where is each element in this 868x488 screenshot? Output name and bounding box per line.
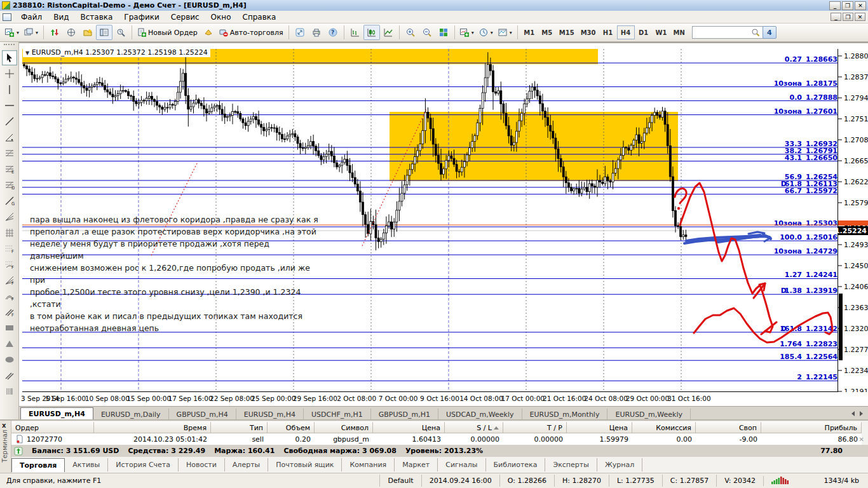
- column-header-3[interactable]: Объем: [268, 422, 315, 433]
- column-header-9[interactable]: Комиссия: [632, 422, 696, 433]
- indicators-button[interactable]: [458, 25, 477, 40]
- tool-fibo-grid-f[interactable]: F: [2, 257, 17, 272]
- restore-button[interactable]: ❐: [842, 1, 853, 10]
- order-row[interactable]: 120727702014.10.23 05:01:42sell0.20gbpus…: [11, 433, 862, 445]
- search-icon[interactable]: [751, 28, 760, 37]
- chat-icon[interactable]: 4: [763, 26, 776, 39]
- column-header-11[interactable]: Прибыль: [761, 422, 862, 433]
- child-close-button[interactable]: ✕: [855, 13, 865, 21]
- tool-ellipse[interactable]: [2, 352, 17, 367]
- navigator-button[interactable]: [79, 25, 96, 40]
- terminal-panel-button[interactable]: [96, 25, 112, 40]
- column-header-5[interactable]: Цена: [373, 422, 445, 433]
- terminal-tab-журнал[interactable]: Журнал: [597, 458, 642, 471]
- tile-windows-button[interactable]: [435, 25, 452, 40]
- terminal-tab-библиотека[interactable]: Библиотека: [486, 458, 546, 471]
- periods-button[interactable]: [477, 25, 496, 40]
- profiles-button[interactable]: [22, 25, 41, 40]
- new-chart-button[interactable]: [3, 25, 22, 40]
- terminal-tab-маркет[interactable]: Маркет: [395, 458, 438, 471]
- tool-rectangle[interactable]: [2, 320, 17, 336]
- tool-grid[interactable]: [2, 225, 17, 240]
- terminal-tab-компания[interactable]: Компания: [342, 458, 395, 471]
- status-profile[interactable]: Default: [379, 475, 421, 487]
- tool-fibo-retracement[interactable]: [2, 146, 17, 161]
- red-forecast-drawing[interactable]: [675, 183, 832, 342]
- child-minimize-button[interactable]: _: [831, 13, 841, 21]
- order-close-icon[interactable]: ✕: [859, 436, 864, 443]
- tool-fibo-fan[interactable]: [2, 209, 17, 224]
- time-axis[interactable]: 3 Sep 20145 Sep 16:0010 Sep 08:0015 Sep …: [19, 392, 868, 406]
- zoom-out-button[interactable]: [419, 25, 435, 40]
- autotrading-button[interactable]: Авто-торговля: [217, 25, 286, 40]
- column-header-6[interactable]: S / L: [445, 422, 503, 433]
- timeframe-m15-button[interactable]: M15: [556, 25, 578, 39]
- tool-angle-trendline[interactable]: [2, 130, 17, 145]
- chart-window-icon[interactable]: [3, 13, 11, 21]
- tool-trendline[interactable]: [2, 114, 17, 129]
- column-header-2[interactable]: Тип: [211, 422, 268, 433]
- new-order-button[interactable]: Новый Ордер: [135, 25, 200, 40]
- market-watch-button[interactable]: [46, 25, 63, 40]
- expert-advisors-button[interactable]: [200, 25, 217, 40]
- tool-parallel-lines[interactable]: [2, 368, 17, 383]
- terminal-tab-торговля[interactable]: Торговля: [11, 458, 65, 472]
- terminal-tab-эксперты[interactable]: Эксперты: [545, 458, 597, 471]
- tabs-scroll-left-icon[interactable]: [851, 411, 855, 416]
- tool-cursor[interactable]: [2, 50, 17, 65]
- tool-fibo-arcs-f[interactable]: F: [2, 288, 17, 304]
- menu-item-окно[interactable]: Окно: [205, 11, 237, 23]
- menu-item-файл[interactable]: Файл: [15, 11, 48, 23]
- tool-toolbar-handle[interactable]: [2, 384, 17, 399]
- chart-collapse-icon[interactable]: ▼: [25, 50, 29, 56]
- terminal-tab-история-счета[interactable]: История Счета: [108, 458, 179, 471]
- minimize-button[interactable]: _: [829, 1, 841, 10]
- column-header-10[interactable]: Своп: [696, 422, 761, 433]
- menu-item-вид[interactable]: Вид: [48, 11, 74, 23]
- column-header-1[interactable]: Время: [94, 422, 211, 433]
- terminal-tab-новости[interactable]: Новости: [179, 458, 225, 471]
- tool-horizontal-line[interactable]: [2, 98, 17, 113]
- tool-fibo-lines-f[interactable]: F: [2, 241, 17, 256]
- tool-vertical-line[interactable]: [2, 82, 17, 97]
- tool-crosshair[interactable]: [2, 66, 17, 81]
- timeframe-m1-button[interactable]: M1: [520, 25, 538, 39]
- tool-gann-line[interactable]: G: [2, 193, 17, 208]
- tool-fibo-channel-f[interactable]: F: [2, 304, 17, 320]
- terminal-tab-почтовый-ящик[interactable]: Почтовый ящик: [268, 458, 342, 471]
- toolbar-drag-handle[interactable]: [4, 44, 15, 48]
- timeframe-w1-button[interactable]: W1: [653, 25, 670, 39]
- blue-scribble-drawing[interactable]: [684, 232, 771, 243]
- chart-tab-eurusd-m-h4[interactable]: EURUSD_m,H4: [20, 407, 93, 421]
- zoom-in-button[interactable]: [402, 25, 419, 40]
- menu-item-вставка[interactable]: Вставка: [74, 11, 118, 23]
- terminal-tab-сигналы[interactable]: Сигналы: [438, 458, 485, 471]
- timeframe-m5-button[interactable]: M5: [538, 25, 556, 39]
- menu-item-графики[interactable]: Графики: [118, 11, 165, 23]
- fullscreen-button[interactable]: [292, 25, 308, 40]
- price-axis[interactable]: 1.288081.283781.279481.275181.270881.266…: [835, 52, 868, 392]
- terminal-close-icon[interactable]: x: [2, 422, 6, 429]
- tool-triangle[interactable]: [2, 336, 17, 351]
- menu-item-справка[interactable]: Справка: [237, 11, 282, 23]
- timeframe-h4-button[interactable]: H4: [617, 25, 635, 39]
- strategy-tester-button[interactable]: [112, 25, 129, 40]
- timeframe-h1-button[interactable]: H1: [599, 25, 617, 39]
- templates-button[interactable]: [496, 25, 515, 40]
- tool-fibo-expansion-e[interactable]: E: [2, 161, 17, 177]
- chart-bars-button[interactable]: [347, 25, 363, 40]
- timeframe-mn-button[interactable]: MN: [670, 25, 688, 39]
- terminal-tab-алерты[interactable]: Алерты: [225, 458, 268, 471]
- close-button[interactable]: ✕: [855, 1, 866, 10]
- tabs-scroll-right-icon[interactable]: [860, 411, 863, 416]
- print-button[interactable]: [308, 25, 325, 40]
- column-header-7[interactable]: T / P: [503, 422, 567, 433]
- tool-fibo-expansion-d[interactable]: D: [2, 177, 17, 193]
- chart-line-button[interactable]: [380, 25, 397, 40]
- help-button[interactable]: ?: [325, 25, 341, 40]
- timeframe-m30-button[interactable]: M30: [578, 25, 599, 39]
- tool-fibo-fan-f[interactable]: F: [2, 273, 17, 288]
- column-header-8[interactable]: Цена: [567, 422, 632, 433]
- menu-item-сервис[interactable]: Сервис: [165, 11, 205, 23]
- chart-candles-button[interactable]: [363, 25, 380, 40]
